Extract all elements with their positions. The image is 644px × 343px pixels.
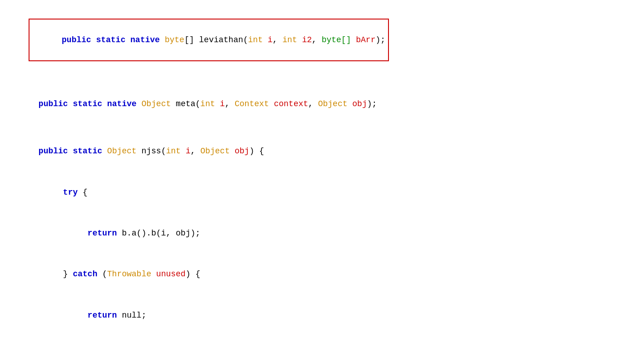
- keyword-native: native: [130, 35, 160, 44]
- keyword-static: static: [96, 35, 126, 44]
- param-type-context: Context: [235, 99, 269, 108]
- keyword-static-2: static: [73, 99, 102, 108]
- param-context: context: [274, 99, 308, 108]
- line-return-1: return b.a().b(i, obj);: [9, 213, 635, 254]
- return-type-object: Object: [142, 99, 171, 108]
- param-barr: bArr: [356, 35, 375, 44]
- param-type-int2: int: [282, 35, 297, 44]
- keyword-catch: catch: [73, 270, 97, 279]
- code-viewer: public static native byte[] leviathan(in…: [9, 5, 635, 343]
- param-i: i: [268, 35, 273, 44]
- line-leviathan: public static native byte[] leviathan(in…: [9, 5, 635, 77]
- method-name-leviathan: leviathan: [199, 35, 243, 44]
- catch-param-unused: unused: [156, 270, 186, 279]
- keyword-native-2: native: [107, 99, 137, 108]
- keyword-public: public: [62, 35, 91, 44]
- keyword-try: try: [63, 188, 78, 197]
- catch-type-throwable: Throwable: [107, 270, 151, 279]
- return-type-object2: Object: [107, 147, 137, 156]
- leviathan-declaration: public static native byte[] leviathan(in…: [29, 19, 389, 61]
- line-return-null: return null;: [9, 295, 635, 336]
- line-catch-1: } catch (Throwable unused) {: [9, 254, 635, 295]
- line-meta: public static native Object meta(int i, …: [9, 83, 635, 124]
- param-obj: obj: [352, 99, 367, 108]
- line-try-1: try {: [9, 172, 635, 213]
- param-type-int: int: [248, 35, 263, 44]
- param-i2: i2: [302, 35, 312, 44]
- method-name-meta: meta: [176, 99, 195, 108]
- line-catch-close: }: [9, 336, 635, 343]
- spacer-1: [9, 77, 635, 83]
- param-type-int3: int: [200, 99, 215, 108]
- keyword-public-2: public: [39, 99, 68, 108]
- keyword-return: return: [88, 229, 117, 238]
- param-i3: i: [220, 99, 225, 108]
- param-type-byte-arr: byte[]: [322, 35, 351, 44]
- param-type-int4: int: [166, 147, 181, 156]
- param-type-object2: Object: [318, 99, 348, 108]
- method-name-njss: njss: [142, 147, 161, 156]
- spacer-2: [9, 124, 635, 131]
- param-i4: i: [186, 147, 191, 156]
- keyword-static-3: static: [73, 147, 102, 156]
- keyword-public-3: public: [39, 147, 68, 156]
- return-type-byte: byte: [165, 35, 184, 44]
- line-njss-decl: public static Object njss(int i, Object …: [9, 131, 635, 172]
- param-obj2: obj: [235, 147, 249, 156]
- param-type-object3: Object: [200, 147, 230, 156]
- keyword-return-2: return: [88, 311, 117, 320]
